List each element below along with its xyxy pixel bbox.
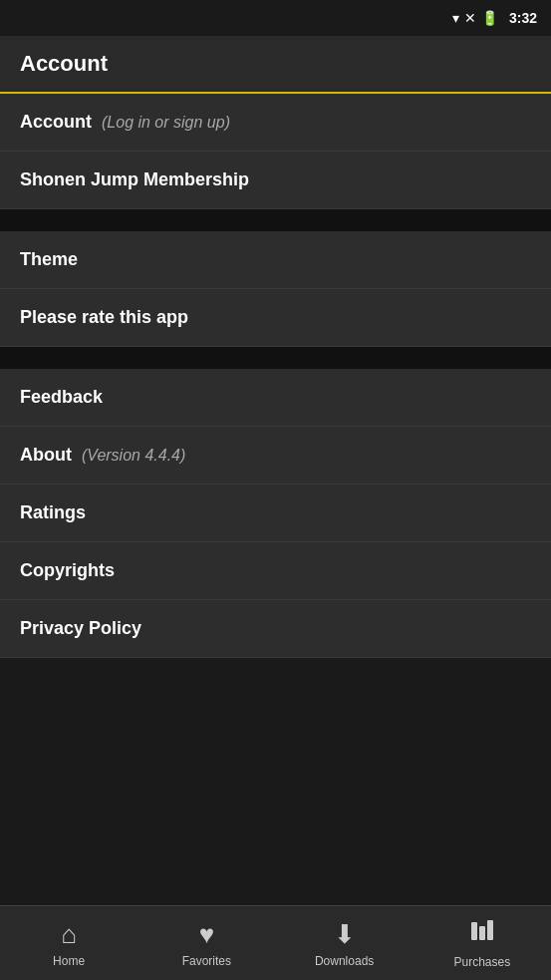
nav-favorites-label: Favorites bbox=[182, 954, 231, 968]
copyrights-label: Copyrights bbox=[20, 560, 115, 581]
ratings-label: Ratings bbox=[20, 502, 86, 523]
account-section: Account (Log in or sign up) Shonen Jump … bbox=[0, 94, 551, 209]
copyrights-item[interactable]: Copyrights bbox=[0, 542, 551, 600]
membership-label: Shonen Jump Membership bbox=[20, 169, 249, 190]
page-title: Account bbox=[20, 51, 108, 77]
rate-item[interactable]: Please rate this app bbox=[0, 289, 551, 347]
section-gap-1 bbox=[0, 209, 551, 231]
nav-downloads-label: Downloads bbox=[315, 954, 374, 968]
content-area: Account (Log in or sign up) Shonen Jump … bbox=[0, 94, 551, 658]
status-bar: ▾ ✕ 🔋 3:32 bbox=[0, 0, 551, 36]
privacy-label: Privacy Policy bbox=[20, 618, 141, 639]
bottom-nav: ⌂ Home ♥ Favorites ⬇ Downloads Purchases bbox=[0, 905, 551, 980]
theme-label: Theme bbox=[20, 249, 78, 270]
svg-rect-0 bbox=[471, 922, 477, 940]
account-sublabel: (Log in or sign up) bbox=[102, 114, 230, 132]
downloads-icon: ⬇ bbox=[334, 919, 356, 950]
nav-purchases-label: Purchases bbox=[454, 955, 511, 969]
ratings-item[interactable]: Ratings bbox=[0, 485, 551, 542]
header: Account bbox=[0, 36, 551, 94]
home-icon: ⌂ bbox=[61, 919, 77, 950]
wifi-icon: ▾ bbox=[452, 10, 459, 26]
nav-favorites[interactable]: ♥ Favorites bbox=[138, 906, 275, 980]
favorites-icon: ♥ bbox=[199, 919, 214, 950]
svg-rect-2 bbox=[487, 920, 493, 940]
about-version: (Version 4.4.4) bbox=[82, 447, 185, 465]
privacy-item[interactable]: Privacy Policy bbox=[0, 600, 551, 658]
settings-section: Theme Please rate this app bbox=[0, 231, 551, 347]
nav-home[interactable]: ⌂ Home bbox=[0, 906, 138, 980]
membership-item[interactable]: Shonen Jump Membership bbox=[0, 152, 551, 209]
rate-label: Please rate this app bbox=[20, 307, 188, 328]
signal-icon: ✕ bbox=[464, 10, 476, 26]
feedback-label: Feedback bbox=[20, 387, 103, 408]
account-item[interactable]: Account (Log in or sign up) bbox=[0, 94, 551, 152]
svg-rect-1 bbox=[479, 926, 485, 940]
nav-home-label: Home bbox=[53, 954, 85, 968]
feedback-item[interactable]: Feedback bbox=[0, 369, 551, 427]
nav-downloads[interactable]: ⬇ Downloads bbox=[276, 906, 413, 980]
account-label: Account bbox=[20, 112, 92, 133]
battery-icon: 🔋 bbox=[481, 10, 498, 26]
status-icons: ▾ ✕ 🔋 3:32 bbox=[452, 10, 537, 26]
theme-item[interactable]: Theme bbox=[0, 231, 551, 289]
nav-purchases[interactable]: Purchases bbox=[413, 906, 551, 980]
purchases-icon bbox=[469, 918, 495, 951]
about-label: About bbox=[20, 445, 72, 466]
about-item[interactable]: About (Version 4.4.4) bbox=[0, 427, 551, 485]
info-section: Feedback About (Version 4.4.4) Ratings C… bbox=[0, 369, 551, 658]
section-gap-2 bbox=[0, 347, 551, 369]
status-time: 3:32 bbox=[509, 10, 537, 26]
